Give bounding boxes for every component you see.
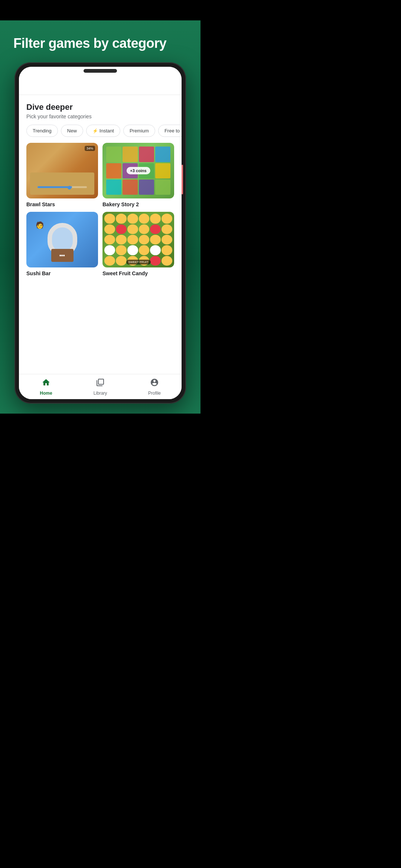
- scrollbar[interactable]: [182, 165, 183, 194]
- candy-cell: [116, 235, 127, 244]
- nav-label-home: Home: [40, 391, 52, 396]
- candy-cell: [127, 214, 138, 223]
- candy-cell: [162, 214, 172, 223]
- game-card-sushi-bar[interactable]: 🧑 ■■■ Sushi Bar: [26, 212, 98, 276]
- game-name-sushi-bar: Sushi Bar: [26, 270, 98, 276]
- game-card-brawl-stars[interactable]: 34% 🧍: [26, 143, 98, 207]
- bakery-coins-badge: +3 coins: [126, 167, 150, 174]
- game-card-sweet-fruit[interactable]: SWEET FRUIT Sweet Fruit Candy: [102, 212, 174, 276]
- candy-cell: [116, 256, 127, 266]
- hero-section: Filter games by category: [0, 20, 200, 62]
- game-thumbnail-bakery-story: +3 coins: [102, 143, 174, 198]
- phone-wrapper: Dive deeper Pick your favorite categorie…: [9, 62, 191, 414]
- chip-trending-label: Trending: [33, 128, 52, 134]
- phone-status-bar: [19, 67, 182, 79]
- candy-cell: [162, 256, 172, 266]
- candy-cell: [150, 235, 161, 244]
- bakery-cell: [123, 147, 138, 162]
- phone-frame: Dive deeper Pick your favorite categorie…: [14, 62, 186, 404]
- nav-label-library: Library: [94, 391, 107, 396]
- candy-cell: [150, 256, 161, 266]
- bakery-cell: [106, 163, 121, 178]
- nav-item-home[interactable]: Home: [19, 378, 73, 396]
- library-icon: [96, 378, 105, 389]
- chip-new[interactable]: New: [61, 125, 83, 137]
- candy-cell: [116, 224, 127, 234]
- candy-cell: [104, 245, 115, 255]
- section-header: Dive deeper Pick your favorite categorie…: [19, 102, 182, 125]
- games-grid: 34% 🧍: [19, 143, 182, 276]
- candy-cell: [139, 245, 150, 255]
- candy-cell: [104, 224, 115, 234]
- chip-instant[interactable]: ⚡ Instant: [86, 125, 120, 137]
- filter-chips-row: Trending New ⚡ Instant Premium: [19, 125, 182, 143]
- brawl-ground: [30, 172, 94, 195]
- sweet-fruit-label: SWEET FRUIT: [126, 260, 150, 264]
- candy-cell: [139, 235, 150, 244]
- chip-free-label: Free to: [164, 128, 180, 134]
- chip-free[interactable]: Free to: [158, 125, 182, 137]
- chip-premium[interactable]: Premium: [123, 125, 155, 137]
- bakery-cell: [155, 163, 170, 178]
- candy-cell: [127, 235, 138, 244]
- bakery-cell: [139, 180, 154, 195]
- game-thumbnail-sushi-bar: 🧑 ■■■: [26, 212, 98, 267]
- hero-title: Filter games by category: [13, 35, 187, 51]
- chip-trending[interactable]: Trending: [26, 125, 58, 137]
- candy-cell: [162, 235, 172, 244]
- lightning-icon: ⚡: [92, 128, 98, 134]
- chip-new-label: New: [67, 128, 77, 134]
- candy-cell: [127, 224, 138, 234]
- sushi-counter-display: ■■■: [59, 254, 65, 257]
- bottom-navigation: Home Library: [19, 374, 182, 399]
- bakery-cell: [106, 147, 121, 162]
- bakery-background: +3 coins: [102, 143, 174, 198]
- candy-grid: [104, 214, 172, 266]
- sushi-character: 🧑: [36, 221, 44, 229]
- bakery-cell: [155, 147, 170, 162]
- phone-content: Dive deeper Pick your favorite categorie…: [19, 95, 182, 399]
- nav-item-profile[interactable]: Profile: [127, 378, 182, 396]
- sushi-counter: ■■■: [51, 249, 74, 262]
- home-icon: [42, 378, 50, 389]
- candy-cell: [150, 224, 161, 234]
- candy-cell: [127, 245, 138, 255]
- outer-background: Filter games by category Dive deeper: [0, 0, 200, 434]
- bakery-cell: [123, 180, 138, 195]
- bottom-status-bar: [0, 414, 200, 434]
- chip-premium-label: Premium: [130, 128, 149, 134]
- game-card-bakery-story[interactable]: +3 coins Bakery Story 2: [102, 143, 174, 207]
- candy-cell: [116, 245, 127, 255]
- bakery-cell: [106, 180, 121, 195]
- screen-top-bar: [19, 79, 182, 95]
- game-thumbnail-brawl-stars: 34% 🧍: [26, 143, 98, 198]
- nav-label-profile: Profile: [148, 391, 161, 396]
- game-name-sweet-fruit: Sweet Fruit Candy: [102, 270, 174, 276]
- candy-cell: [162, 224, 172, 234]
- section-title: Dive deeper: [26, 102, 174, 112]
- candy-cell: [116, 214, 127, 223]
- sweet-background: SWEET FRUIT: [102, 212, 174, 267]
- sushi-background: 🧑 ■■■: [26, 212, 98, 267]
- candy-cell: [104, 235, 115, 244]
- section-subtitle: Pick your favorite categories: [26, 114, 174, 119]
- phone-notch: [84, 69, 117, 73]
- phone-screen: Dive deeper Pick your favorite categorie…: [19, 67, 182, 399]
- candy-cell: [139, 214, 150, 223]
- brawl-background: 34% 🧍: [26, 143, 98, 198]
- candy-cell: [104, 256, 115, 266]
- brawl-badge: 34%: [85, 146, 95, 151]
- top-status-bar: [0, 0, 200, 20]
- candy-cell: [150, 214, 161, 223]
- bakery-cell: [139, 147, 154, 162]
- profile-icon: [150, 378, 159, 389]
- game-name-brawl-stars: Brawl Stars: [26, 201, 98, 207]
- brawl-progress-bar: [38, 186, 87, 188]
- candy-cell: [139, 224, 150, 234]
- brawl-dot: [68, 186, 71, 190]
- brawl-progress-fill: [38, 186, 72, 188]
- nav-item-library[interactable]: Library: [73, 378, 127, 396]
- game-thumbnail-sweet-fruit: SWEET FRUIT: [102, 212, 174, 267]
- screen-main: Dive deeper Pick your favorite categorie…: [19, 95, 182, 374]
- candy-cell: [104, 214, 115, 223]
